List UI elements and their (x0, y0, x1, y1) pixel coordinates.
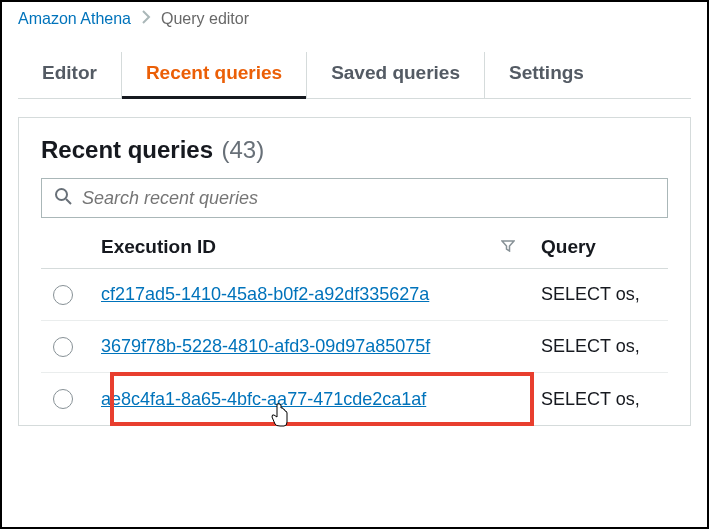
recent-queries-panel: Recent queries (43) Execution ID Query c… (18, 117, 691, 426)
execution-id-link[interactable]: ae8c4fa1-8a65-4bfc-aa77-471cde2ca1af (101, 389, 426, 410)
breadcrumb: Amazon Athena Query editor (2, 2, 707, 34)
table-row: cf217ad5-1410-45a8-b0f2-a92df335627a SEL… (41, 269, 668, 321)
execution-id-link[interactable]: cf217ad5-1410-45a8-b0f2-a92df335627a (101, 284, 429, 305)
row-select-radio[interactable] (53, 337, 73, 357)
table-header: Execution ID Query (41, 236, 668, 269)
chevron-right-icon (141, 10, 151, 28)
panel-title: Recent queries (41, 136, 213, 163)
panel-count: (43) (222, 136, 265, 163)
breadcrumb-current: Query editor (161, 10, 249, 28)
column-header-query[interactable]: Query (541, 236, 668, 258)
search-icon (54, 187, 72, 209)
tab-editor[interactable]: Editor (18, 52, 121, 98)
results-table: Execution ID Query cf217ad5-1410-45a8-b0… (41, 236, 668, 425)
breadcrumb-root-link[interactable]: Amazon Athena (18, 10, 131, 28)
row-select-radio[interactable] (53, 285, 73, 305)
tab-saved-queries[interactable]: Saved queries (306, 52, 484, 98)
execution-id-header-label: Execution ID (101, 236, 216, 258)
tab-settings[interactable]: Settings (484, 52, 608, 98)
tab-bar: Editor Recent queries Saved queries Sett… (2, 34, 707, 98)
search-input[interactable] (82, 188, 655, 209)
search-box[interactable] (41, 178, 668, 218)
column-header-execution-id[interactable]: Execution ID (101, 236, 541, 258)
query-cell: SELECT os, (541, 284, 668, 305)
query-cell: SELECT os, (541, 389, 668, 410)
row-select-radio[interactable] (53, 389, 73, 409)
svg-line-1 (66, 199, 71, 204)
filter-icon[interactable] (501, 238, 515, 256)
execution-id-link[interactable]: 3679f78b-5228-4810-afd3-09d97a85075f (101, 336, 430, 357)
query-cell: SELECT os, (541, 336, 668, 357)
tab-recent-queries[interactable]: Recent queries (121, 52, 306, 98)
table-row: ae8c4fa1-8a65-4bfc-aa77-471cde2ca1af SEL… (41, 373, 668, 425)
svg-point-0 (56, 189, 67, 200)
table-row: 3679f78b-5228-4810-afd3-09d97a85075f SEL… (41, 321, 668, 373)
